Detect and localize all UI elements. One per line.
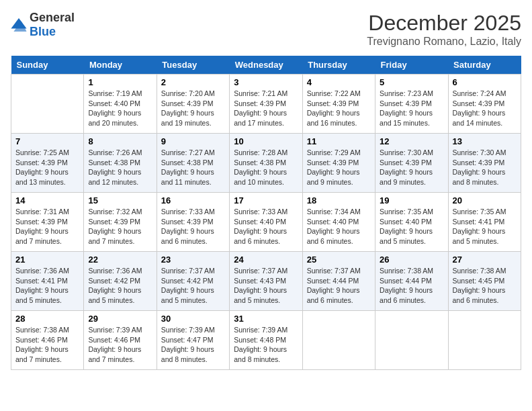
cell-info: Sunrise: 7:32 AM Sunset: 4:39 PM Dayligh…	[88, 207, 152, 246]
cell-info: Sunrise: 7:36 AM Sunset: 4:41 PM Dayligh…	[15, 266, 79, 306]
date-number: 4	[307, 77, 371, 87]
date-number: 1	[88, 77, 152, 87]
date-number: 30	[161, 314, 225, 324]
cell-info: Sunrise: 7:24 AM Sunset: 4:39 PM Dayligh…	[453, 89, 517, 128]
day-header-saturday: Saturday	[448, 56, 521, 75]
calendar-cell: 16Sunrise: 7:33 AM Sunset: 4:39 PM Dayli…	[157, 193, 229, 252]
location-title: Trevignano Romano, Lazio, Italy	[367, 36, 521, 48]
cell-info: Sunrise: 7:20 AM Sunset: 4:39 PM Dayligh…	[161, 89, 225, 128]
calendar-cell: 26Sunrise: 7:38 AM Sunset: 4:44 PM Dayli…	[375, 252, 448, 311]
calendar-cell: 4Sunrise: 7:22 AM Sunset: 4:39 PM Daylig…	[302, 75, 375, 134]
calendar-cell	[302, 311, 375, 370]
cell-info: Sunrise: 7:30 AM Sunset: 4:39 PM Dayligh…	[453, 148, 517, 187]
cell-info: Sunrise: 7:36 AM Sunset: 4:42 PM Dayligh…	[88, 266, 152, 306]
cell-info: Sunrise: 7:38 AM Sunset: 4:46 PM Dayligh…	[15, 325, 79, 365]
day-header-wednesday: Wednesday	[230, 56, 302, 75]
calendar-cell: 18Sunrise: 7:34 AM Sunset: 4:40 PM Dayli…	[302, 193, 375, 252]
logo-blue: Blue	[30, 25, 56, 38]
day-header-thursday: Thursday	[302, 56, 375, 75]
date-number: 21	[15, 255, 79, 265]
date-number: 17	[234, 195, 298, 205]
day-header-monday: Monday	[84, 56, 157, 75]
calendar-cell: 14Sunrise: 7:31 AM Sunset: 4:39 PM Dayli…	[11, 193, 84, 252]
calendar-cell: 17Sunrise: 7:33 AM Sunset: 4:40 PM Dayli…	[230, 193, 302, 252]
cell-info: Sunrise: 7:22 AM Sunset: 4:39 PM Dayligh…	[307, 89, 371, 128]
date-number: 6	[453, 77, 517, 87]
calendar-cell: 10Sunrise: 7:28 AM Sunset: 4:38 PM Dayli…	[230, 134, 302, 193]
calendar-cell: 31Sunrise: 7:39 AM Sunset: 4:48 PM Dayli…	[230, 311, 302, 370]
date-number: 16	[161, 195, 225, 205]
header-row: SundayMondayTuesdayWednesdayThursdayFrid…	[11, 56, 521, 75]
day-header-friday: Friday	[375, 56, 448, 75]
logo-general: General	[30, 11, 75, 24]
cell-info: Sunrise: 7:19 AM Sunset: 4:40 PM Dayligh…	[88, 89, 152, 128]
cell-info: Sunrise: 7:31 AM Sunset: 4:39 PM Dayligh…	[15, 207, 79, 246]
date-number: 20	[453, 195, 517, 205]
date-number: 18	[307, 195, 371, 205]
date-number: 5	[380, 77, 443, 87]
day-header-sunday: Sunday	[11, 56, 84, 75]
calendar-cell: 29Sunrise: 7:39 AM Sunset: 4:46 PM Dayli…	[84, 311, 157, 370]
date-number: 2	[161, 77, 225, 87]
date-number: 12	[380, 136, 443, 146]
date-number: 28	[15, 314, 79, 324]
calendar-cell: 24Sunrise: 7:37 AM Sunset: 4:43 PM Dayli…	[230, 252, 302, 311]
calendar-cell: 12Sunrise: 7:30 AM Sunset: 4:39 PM Dayli…	[375, 134, 448, 193]
date-number: 26	[380, 255, 443, 265]
calendar-cell: 2Sunrise: 7:20 AM Sunset: 4:39 PM Daylig…	[157, 75, 229, 134]
cell-info: Sunrise: 7:33 AM Sunset: 4:39 PM Dayligh…	[161, 207, 225, 246]
calendar-cell: 1Sunrise: 7:19 AM Sunset: 4:40 PM Daylig…	[84, 75, 157, 134]
date-number: 13	[453, 136, 517, 146]
cell-info: Sunrise: 7:39 AM Sunset: 4:48 PM Dayligh…	[234, 325, 298, 365]
date-number: 19	[380, 195, 443, 205]
date-number: 31	[234, 314, 298, 324]
calendar-cell: 15Sunrise: 7:32 AM Sunset: 4:39 PM Dayli…	[84, 193, 157, 252]
cell-info: Sunrise: 7:35 AM Sunset: 4:41 PM Dayligh…	[453, 207, 517, 246]
logo-icon	[11, 18, 27, 32]
date-number: 9	[161, 136, 225, 146]
date-number: 15	[88, 195, 152, 205]
cell-info: Sunrise: 7:23 AM Sunset: 4:39 PM Dayligh…	[380, 89, 443, 128]
date-number: 14	[15, 195, 79, 205]
calendar-cell: 19Sunrise: 7:35 AM Sunset: 4:40 PM Dayli…	[375, 193, 448, 252]
cell-info: Sunrise: 7:28 AM Sunset: 4:38 PM Dayligh…	[234, 148, 298, 187]
calendar-table: SundayMondayTuesdayWednesdayThursdayFrid…	[11, 56, 521, 370]
calendar-cell: 25Sunrise: 7:37 AM Sunset: 4:44 PM Dayli…	[302, 252, 375, 311]
date-number: 29	[88, 314, 152, 324]
calendar-cell: 5Sunrise: 7:23 AM Sunset: 4:39 PM Daylig…	[375, 75, 448, 134]
page-header: General Blue December 2025 Trevignano Ro…	[11, 11, 521, 48]
calendar-cell	[11, 75, 84, 134]
cell-info: Sunrise: 7:25 AM Sunset: 4:39 PM Dayligh…	[15, 148, 79, 187]
cell-info: Sunrise: 7:38 AM Sunset: 4:45 PM Dayligh…	[453, 266, 517, 306]
week-row-1: 1Sunrise: 7:19 AM Sunset: 4:40 PM Daylig…	[11, 75, 521, 134]
logo-text: General Blue	[30, 11, 75, 39]
cell-info: Sunrise: 7:39 AM Sunset: 4:46 PM Dayligh…	[88, 325, 152, 365]
cell-info: Sunrise: 7:30 AM Sunset: 4:39 PM Dayligh…	[380, 148, 443, 187]
date-number: 22	[88, 255, 152, 265]
calendar-cell: 21Sunrise: 7:36 AM Sunset: 4:41 PM Dayli…	[11, 252, 84, 311]
cell-info: Sunrise: 7:21 AM Sunset: 4:39 PM Dayligh…	[234, 89, 298, 128]
cell-info: Sunrise: 7:37 AM Sunset: 4:43 PM Dayligh…	[234, 266, 298, 306]
week-row-4: 21Sunrise: 7:36 AM Sunset: 4:41 PM Dayli…	[11, 252, 521, 311]
cell-info: Sunrise: 7:39 AM Sunset: 4:47 PM Dayligh…	[161, 325, 225, 365]
cell-info: Sunrise: 7:26 AM Sunset: 4:38 PM Dayligh…	[88, 148, 152, 187]
cell-info: Sunrise: 7:34 AM Sunset: 4:40 PM Dayligh…	[307, 207, 371, 246]
calendar-cell: 20Sunrise: 7:35 AM Sunset: 4:41 PM Dayli…	[448, 193, 521, 252]
cell-info: Sunrise: 7:37 AM Sunset: 4:42 PM Dayligh…	[161, 266, 225, 306]
date-number: 7	[15, 136, 79, 146]
date-number: 25	[307, 255, 371, 265]
calendar-cell: 28Sunrise: 7:38 AM Sunset: 4:46 PM Dayli…	[11, 311, 84, 370]
cell-info: Sunrise: 7:27 AM Sunset: 4:38 PM Dayligh…	[161, 148, 225, 187]
date-number: 3	[234, 77, 298, 87]
day-header-tuesday: Tuesday	[157, 56, 229, 75]
calendar-cell: 23Sunrise: 7:37 AM Sunset: 4:42 PM Dayli…	[157, 252, 229, 311]
cell-info: Sunrise: 7:35 AM Sunset: 4:40 PM Dayligh…	[380, 207, 443, 246]
calendar-cell: 3Sunrise: 7:21 AM Sunset: 4:39 PM Daylig…	[230, 75, 302, 134]
date-number: 24	[234, 255, 298, 265]
logo: General Blue	[11, 11, 75, 39]
title-area: December 2025 Trevignano Romano, Lazio, …	[367, 11, 521, 48]
calendar-cell	[375, 311, 448, 370]
date-number: 8	[88, 136, 152, 146]
date-number: 10	[234, 136, 298, 146]
cell-info: Sunrise: 7:33 AM Sunset: 4:40 PM Dayligh…	[234, 207, 298, 246]
